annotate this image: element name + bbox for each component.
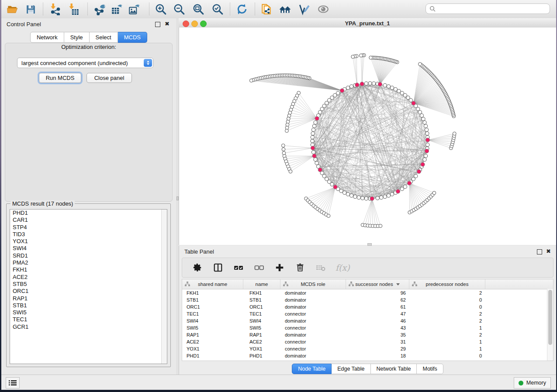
run-mcds-button[interactable]: Run MCDS [39,73,81,83]
mcds-result-item[interactable]: GCR1 [10,323,167,330]
add-column-icon[interactable] [274,262,285,273]
mcds-result-item[interactable]: SWI5 [10,309,167,316]
table-cell: 43 [346,325,409,330]
mcds-result-item[interactable]: PHD1 [10,210,167,217]
memory-button[interactable]: Memory [514,377,551,389]
table-row[interactable]: PHD1PHD1dominator180 [182,352,553,359]
apply-preferred-layout-icon[interactable] [235,3,249,16]
float-panel-icon[interactable] [155,22,160,27]
export-network-icon[interactable] [93,3,107,16]
mcds-result-item[interactable]: ORC1 [10,288,167,295]
network-window-titlebar[interactable]: YPA_prune.txt_1 [179,18,556,28]
table-settings-icon[interactable] [192,262,203,273]
import-table-file-icon[interactable] [67,3,80,16]
deselect-all-rows-icon[interactable] [253,262,265,273]
scrollbar-thumb[interactable] [548,290,552,345]
column-header-MCDS-role[interactable]: MCDS role [280,279,346,289]
close-panel-button[interactable]: Close panel [86,73,132,83]
table-cell: YOX1 [182,346,243,351]
split-panel-icon[interactable] [212,262,224,273]
table-row[interactable]: RAP1RAP1dominator352 [182,331,553,338]
mcds-list-scrollbar[interactable] [161,210,167,364]
optimization-criterion-label: Optimization criterion: [1,44,176,50]
mcds-result-item[interactable]: CAR1 [10,217,167,224]
table-body[interactable]: FKH1FKH1dominator962STB1STB1dominator620… [182,289,553,359]
column-header-name[interactable]: name [243,279,280,289]
export-image-icon[interactable] [128,3,141,16]
column-header-successor-nodes[interactable]: successor nodes [346,279,409,289]
mcds-result-item[interactable]: SRD1 [10,252,167,259]
criterion-dropdown[interactable]: largest connected component (undirected) [17,58,153,68]
open-session-icon[interactable] [6,3,19,16]
table-cell: ACE2 [182,339,243,344]
network-graph[interactable] [179,28,557,245]
mcds-result-item[interactable]: TEC1 [10,316,167,323]
table-row[interactable]: ACE2ACE2connector311 [182,338,553,345]
export-table-icon[interactable] [111,3,124,16]
table-cell: RAP1 [243,332,280,337]
birds-eye-view-icon[interactable] [317,3,330,16]
mcds-result-item[interactable]: ACE2 [10,274,167,281]
zoom-in-icon[interactable] [154,3,167,16]
tab-network-table[interactable]: Network Table [371,364,417,374]
table-row[interactable]: STB1STB1dominator620 [182,296,553,303]
tab-network[interactable]: Network [30,32,64,43]
global-search-field[interactable] [426,3,550,14]
network-window-title: YPA_prune.txt_1 [179,20,556,27]
node-table[interactable]: shared namenameMCDS rolesuccessor nodesp… [182,279,554,361]
zoom-fit-icon[interactable] [192,3,205,16]
hierarchy-icon [185,282,190,286]
save-session-icon[interactable] [24,3,37,16]
table-row[interactable]: SWI5SWI5connector431 [182,324,553,331]
mcds-result-item[interactable]: SWI4 [10,245,167,252]
mcds-result-item[interactable]: PMA2 [10,259,167,266]
tab-mcds[interactable]: MCDS [118,32,147,43]
table-row[interactable]: FKH1FKH1dominator962 [182,289,553,296]
mcds-result-item[interactable]: STB5 [10,281,167,288]
table-cell: RAP1 [182,332,243,337]
table-row[interactable]: ORC1ORC1dominator610 [182,303,553,310]
mcds-result-list[interactable]: PHD1CAR1STP4TID3YOX1SWI4SRD1PMA2FKH1ACE2… [10,209,167,364]
toolbar-separator [230,3,230,15]
table-row[interactable]: TEC1TEC1connector472 [182,310,553,317]
delete-table-icon[interactable] [315,262,326,273]
float-panel-icon[interactable] [537,249,542,254]
task-history-button[interactable] [6,377,20,389]
function-builder-icon[interactable]: f(x) [336,263,350,272]
table-cell: ORC1 [243,304,280,309]
table-header[interactable]: shared namenameMCDS rolesuccessor nodesp… [182,279,553,289]
mcds-result-item[interactable]: STB1 [10,302,167,309]
select-all-rows-icon[interactable] [233,262,244,273]
network-from-selection-icon[interactable] [260,3,273,16]
network-canvas[interactable] [179,28,556,245]
show-all-networks-icon[interactable] [279,3,292,16]
import-network-file-icon[interactable] [48,3,62,16]
delete-column-icon[interactable] [294,262,306,273]
toggle-graphics-details-icon[interactable] [298,3,311,16]
zoom-out-icon[interactable] [173,3,186,16]
memory-status-icon [519,381,523,385]
tab-motifs[interactable]: Motifs [417,364,443,374]
mcds-result-item[interactable]: RAP1 [10,295,167,302]
table-row[interactable]: YOX1YOX1connector291 [182,345,553,352]
table-row[interactable]: SWI4SWI4dominator462 [182,317,553,324]
toolbar-separator [255,3,255,15]
splitter-handle[interactable] [176,196,179,200]
table-cell: FKH1 [182,290,243,296]
search-input[interactable] [438,5,546,12]
mcds-result-item[interactable]: TID3 [10,231,167,238]
tab-node-table[interactable]: Node Table [292,364,332,374]
tab-edge-table[interactable]: Edge Table [332,364,370,374]
mcds-result-item[interactable]: YOX1 [10,238,167,245]
close-panel-icon[interactable]: ✖ [165,21,170,27]
mcds-result-item[interactable]: STP4 [10,224,167,231]
column-header-predecessor-nodes[interactable]: predecessor nodes [409,279,485,289]
tab-style[interactable]: Style [64,32,90,43]
close-panel-icon[interactable]: ✖ [546,249,551,254]
tab-select[interactable]: Select [90,32,118,43]
column-header-shared-name[interactable]: shared name [182,279,243,289]
zoom-selected-icon[interactable] [211,3,224,16]
column-label: successor nodes [355,282,393,287]
table-scrollbar[interactable] [547,289,553,361]
mcds-result-item[interactable]: FKH1 [10,266,167,273]
